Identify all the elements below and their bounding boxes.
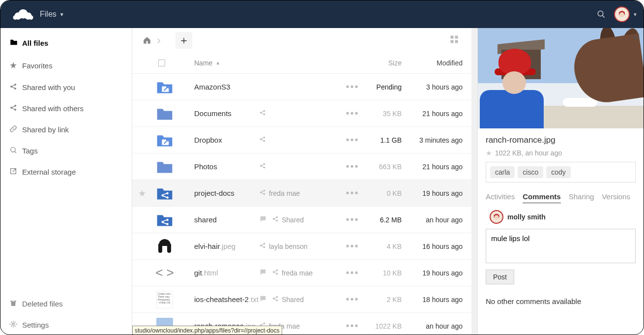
- share-icon[interactable]: [259, 109, 266, 118]
- tag[interactable]: cody: [546, 166, 571, 178]
- grid-view-icon[interactable]: [450, 35, 459, 46]
- file-size: 6.2 MB: [362, 216, 402, 224]
- sort-asc-icon: ▲: [215, 60, 220, 65]
- share-icon[interactable]: [272, 215, 279, 224]
- column-size-header[interactable]: Size: [362, 59, 402, 67]
- favorite-star-icon[interactable]: ★: [486, 149, 492, 157]
- no-comments-text: No other comments available: [486, 297, 636, 305]
- more-actions-icon[interactable]: •••: [346, 320, 359, 332]
- share-icon[interactable]: [259, 242, 266, 250]
- sidebar-item-label: All files: [22, 39, 48, 47]
- user-menu-caret-icon[interactable]: ▼: [633, 12, 638, 17]
- scrollbar[interactable]: [471, 28, 477, 335]
- file-row[interactable]: elvi-hair.jpeglayla benson•••4 KB16 hour…: [132, 233, 471, 259]
- tag[interactable]: cisco: [518, 166, 543, 178]
- tab-sharing[interactable]: Sharing: [569, 192, 594, 203]
- file-type-icon: [156, 185, 174, 201]
- svg-point-59: [494, 215, 498, 219]
- tab-versions[interactable]: Versions: [602, 192, 630, 203]
- share-icon[interactable]: [272, 295, 279, 304]
- commenter-avatar-icon: [490, 210, 503, 224]
- home-icon[interactable]: [140, 33, 154, 47]
- file-row[interactable]: Documents•••35 KB21 hours ago: [132, 100, 471, 126]
- new-button[interactable]: ＋: [176, 32, 192, 49]
- column-name-header[interactable]: Name ▲: [194, 59, 259, 67]
- svg-line-16: [15, 152, 16, 153]
- file-modified: an hour ago: [402, 216, 466, 224]
- more-actions-icon[interactable]: •••: [346, 214, 359, 225]
- select-all-checkbox[interactable]: [158, 60, 165, 66]
- sidebar-item-label: Tags: [22, 147, 38, 155]
- comment-author: molly smith: [486, 210, 636, 224]
- details-filename: ranch-romance.jpg: [486, 135, 636, 145]
- tab-activities[interactable]: Activities: [486, 192, 515, 203]
- tab-comments[interactable]: Comments: [523, 192, 561, 203]
- favorite-star-icon[interactable]: ★: [138, 188, 146, 198]
- more-actions-icon[interactable]: •••: [346, 294, 359, 305]
- sidebar-item-settings[interactable]: Settings: [0, 314, 132, 335]
- file-row[interactable]: Craig's ownThere mayPrerequisit- A Mac O…: [132, 286, 471, 312]
- file-modified: 16 hours ago: [402, 243, 466, 250]
- more-actions-icon[interactable]: •••: [346, 81, 359, 92]
- caret-down-icon: ▼: [59, 12, 64, 17]
- app-selector[interactable]: Files ▼: [40, 10, 64, 19]
- more-actions-icon[interactable]: •••: [346, 161, 359, 172]
- sidebar-item-shared-with-you[interactable]: Shared with you: [0, 77, 132, 98]
- comment-icon[interactable]: [259, 268, 267, 277]
- file-modified: 18 hours ago: [402, 296, 466, 304]
- file-row[interactable]: AmazonS3•••Pending3 hours ago: [132, 73, 471, 100]
- sidebar-item-favorites[interactable]: ★Favorites: [0, 54, 132, 77]
- file-name: shared: [194, 215, 217, 224]
- trash-icon: [9, 299, 22, 308]
- more-actions-icon[interactable]: •••: [346, 241, 359, 252]
- svg-point-8: [619, 12, 624, 17]
- column-modified-header[interactable]: Modified: [402, 59, 466, 67]
- file-name: elvi-hair.jpeg: [194, 242, 235, 250]
- svg-point-15: [11, 148, 15, 152]
- comment-icon[interactable]: [259, 215, 267, 224]
- file-row[interactable]: Photos•••663 KB21 hours ago: [132, 153, 471, 180]
- file-name: ios-cheatsheet-2.txt: [194, 295, 259, 304]
- sidebar-item-deleted-files[interactable]: Deleted files: [0, 293, 132, 314]
- sidebar-item-shared-with-others[interactable]: Shared with others: [0, 98, 132, 119]
- more-actions-icon[interactable]: •••: [346, 134, 359, 146]
- comment-icon[interactable]: [259, 295, 267, 304]
- tag[interactable]: carla: [490, 166, 515, 178]
- file-modified: an hour ago: [402, 322, 466, 330]
- share-icon[interactable]: [259, 162, 266, 171]
- sidebar-item-shared-by-link[interactable]: Shared by link: [0, 119, 132, 140]
- app-header: Files ▼ ▼: [0, 0, 644, 28]
- sidebar-item-all-files[interactable]: All files: [0, 32, 132, 54]
- file-name: project-docs: [194, 189, 234, 197]
- search-icon[interactable]: [592, 10, 610, 19]
- more-actions-icon[interactable]: •••: [346, 267, 359, 278]
- owncloud-logo-icon[interactable]: [12, 8, 34, 21]
- file-size: 2 KB: [362, 296, 402, 304]
- file-modified: 3 minutes ago: [402, 136, 466, 144]
- file-type-icon: [156, 106, 174, 122]
- more-actions-icon[interactable]: •••: [346, 187, 359, 199]
- file-row[interactable]: sharedShared•••6.2 MBan hour ago: [132, 206, 471, 233]
- share-label: freda mae: [282, 269, 313, 277]
- app-name: Files: [40, 10, 57, 19]
- post-button[interactable]: Post: [486, 270, 514, 284]
- file-row[interactable]: < >git.htmlfreda mae•••10 KB19 hours ago: [132, 259, 471, 286]
- comment-textarea[interactable]: [486, 229, 636, 263]
- more-actions-icon[interactable]: •••: [346, 108, 359, 119]
- sidebar-item-label: Favorites: [22, 61, 53, 70]
- share-label: layla benson: [269, 243, 308, 250]
- file-type-icon: [156, 159, 174, 175]
- file-size: 1022 KB: [362, 322, 402, 330]
- file-type-icon: [156, 212, 174, 228]
- share-icon[interactable]: [259, 136, 266, 144]
- tag-input[interactable]: carlaciscocody: [486, 162, 636, 183]
- share-icon[interactable]: [259, 189, 266, 197]
- sidebar-item-label: Deleted files: [22, 300, 63, 308]
- file-row[interactable]: ★project-docsfreda mae•••0 KB19 hours ag…: [132, 180, 471, 206]
- share-icon[interactable]: [272, 269, 279, 277]
- close-icon[interactable]: ×: [633, 32, 639, 43]
- sidebar-item-tags[interactable]: Tags: [0, 140, 132, 161]
- user-avatar[interactable]: [614, 6, 630, 22]
- sidebar-item-external-storage[interactable]: External storage: [0, 161, 132, 183]
- file-row[interactable]: Dropbox•••1.1 GB3 minutes ago: [132, 126, 471, 153]
